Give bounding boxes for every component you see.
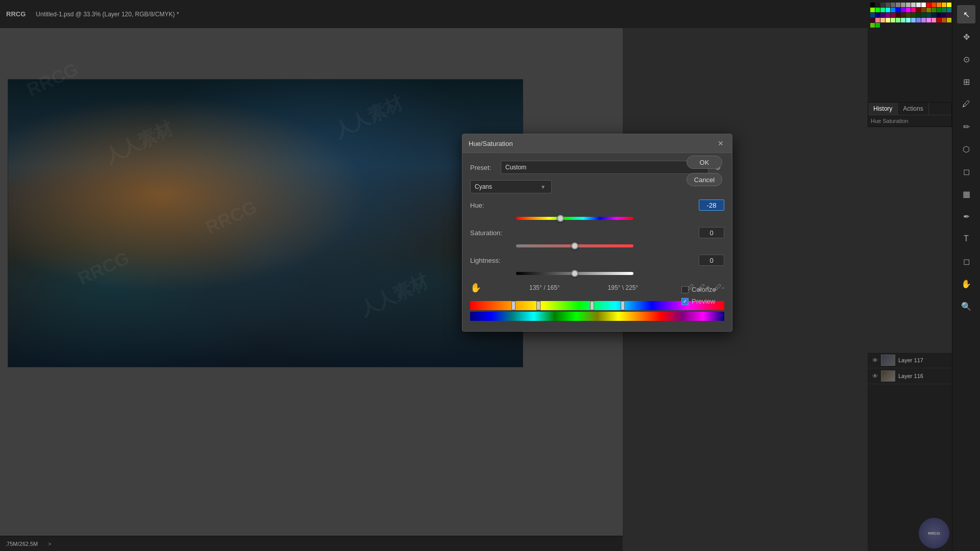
color-swatch[interactable] <box>886 8 890 12</box>
saturation-slider-track[interactable] <box>516 242 633 249</box>
color-swatch[interactable] <box>880 8 885 12</box>
tool-move[interactable]: ✥ <box>957 28 975 46</box>
color-swatch[interactable] <box>947 18 951 22</box>
bar-marker-4[interactable] <box>621 301 625 310</box>
color-swatch[interactable] <box>880 3 885 7</box>
bar-marker-2[interactable] <box>536 301 541 310</box>
color-swatch[interactable] <box>926 13 931 17</box>
color-swatch[interactable] <box>947 8 951 12</box>
hue-slider-track[interactable] <box>516 215 633 222</box>
cancel-button[interactable]: Cancel <box>687 173 722 186</box>
tool-hand[interactable]: ✋ <box>957 274 975 293</box>
status-arrow[interactable]: > <box>48 541 51 547</box>
color-swatch[interactable] <box>906 8 911 12</box>
saturation-thumb[interactable] <box>571 242 578 249</box>
color-swatch[interactable] <box>932 8 936 12</box>
color-swatch[interactable] <box>906 13 911 17</box>
tool-text[interactable]: T <box>957 230 975 248</box>
color-swatch[interactable] <box>875 18 880 22</box>
color-swatch[interactable] <box>891 18 895 22</box>
color-swatch[interactable] <box>932 18 936 22</box>
color-swatch[interactable] <box>901 13 905 17</box>
color-swatch[interactable] <box>921 8 926 12</box>
color-swatch[interactable] <box>932 3 936 7</box>
color-swatch[interactable] <box>875 8 880 12</box>
colorize-checkbox[interactable] <box>681 286 689 293</box>
color-swatch[interactable] <box>937 13 941 17</box>
color-swatch[interactable] <box>911 8 916 12</box>
color-swatch[interactable] <box>875 23 880 28</box>
color-swatch[interactable] <box>875 3 880 7</box>
color-swatch[interactable] <box>911 18 916 22</box>
color-swatch[interactable] <box>896 8 900 12</box>
color-swatch[interactable] <box>886 3 890 7</box>
layer-eye-icon[interactable]: 👁 <box>871 356 879 364</box>
color-swatch[interactable] <box>942 8 946 12</box>
color-swatch[interactable] <box>880 18 885 22</box>
color-swatch[interactable] <box>870 13 875 17</box>
color-swatch[interactable] <box>891 3 895 7</box>
layer-row[interactable]: 👁 Layer 117 <box>868 353 952 368</box>
bar-marker-3[interactable] <box>590 301 594 310</box>
color-swatch[interactable] <box>921 3 926 7</box>
hand-tool-icon[interactable]: ✋ <box>470 282 481 293</box>
color-swatch[interactable] <box>937 8 941 12</box>
layer-row[interactable]: 👁 Layer 116 <box>868 368 952 384</box>
color-swatch[interactable] <box>891 8 895 12</box>
color-swatch[interactable] <box>896 13 900 17</box>
color-swatch[interactable] <box>901 8 905 12</box>
ok-button[interactable]: OK <box>687 156 722 169</box>
color-swatch[interactable] <box>926 8 931 12</box>
tool-clone[interactable]: ⬡ <box>957 140 975 158</box>
channel-select[interactable]: Cyans Master Reds Yellows Greens Blues M… <box>470 180 552 193</box>
color-swatch[interactable] <box>916 3 921 7</box>
hue-value[interactable]: -28 <box>699 199 724 211</box>
saturation-value[interactable]: 0 <box>699 227 724 238</box>
tool-zoom[interactable]: 🔍 <box>957 297 975 315</box>
preview-checkbox[interactable] <box>681 298 689 305</box>
color-swatch[interactable] <box>947 3 951 7</box>
color-swatch[interactable] <box>891 13 895 17</box>
lightness-thumb[interactable] <box>571 270 578 277</box>
color-swatch[interactable] <box>870 3 875 7</box>
color-swatch[interactable] <box>947 13 951 17</box>
color-swatch[interactable] <box>942 3 946 7</box>
color-swatch[interactable] <box>937 3 941 7</box>
tool-lasso[interactable]: ⊙ <box>957 50 975 68</box>
tool-arrow[interactable]: ↖ <box>957 5 975 23</box>
color-swatch[interactable] <box>916 13 921 17</box>
color-swatch[interactable] <box>896 18 900 22</box>
color-swatch[interactable] <box>926 3 931 7</box>
layer-eye-icon[interactable]: 👁 <box>871 372 879 380</box>
color-swatch[interactable] <box>870 23 875 28</box>
tool-gradient[interactable]: ▦ <box>957 185 975 203</box>
color-swatch[interactable] <box>896 3 900 7</box>
color-swatch[interactable] <box>921 13 926 17</box>
hue-thumb[interactable] <box>557 215 564 222</box>
color-swatch[interactable] <box>942 18 946 22</box>
color-swatch[interactable] <box>916 18 921 22</box>
color-swatch[interactable] <box>875 13 880 17</box>
color-swatch[interactable] <box>926 18 931 22</box>
tab-history[interactable]: History <box>868 103 898 115</box>
color-swatch[interactable] <box>906 18 911 22</box>
tool-shape[interactable]: ◻ <box>957 252 975 270</box>
color-swatch[interactable] <box>880 13 885 17</box>
lightness-value[interactable]: 0 <box>699 255 724 266</box>
color-swatch[interactable] <box>886 18 890 22</box>
tool-eraser[interactable]: ◻ <box>957 162 975 181</box>
tool-eyedropper[interactable]: 🖊 <box>957 95 975 113</box>
color-swatch[interactable] <box>870 18 875 22</box>
color-swatch[interactable] <box>901 18 905 22</box>
tool-brush[interactable]: ✏ <box>957 117 975 136</box>
color-swatch[interactable] <box>906 3 911 7</box>
tab-actions[interactable]: Actions <box>898 103 928 115</box>
color-swatch[interactable] <box>921 18 926 22</box>
tool-pen[interactable]: ✒ <box>957 207 975 226</box>
color-swatch[interactable] <box>932 13 936 17</box>
color-swatch[interactable] <box>937 18 941 22</box>
color-swatch[interactable] <box>911 13 916 17</box>
tool-crop[interactable]: ⊞ <box>957 72 975 91</box>
dialog-close-button[interactable]: ✕ <box>716 138 726 148</box>
color-swatch[interactable] <box>886 13 890 17</box>
